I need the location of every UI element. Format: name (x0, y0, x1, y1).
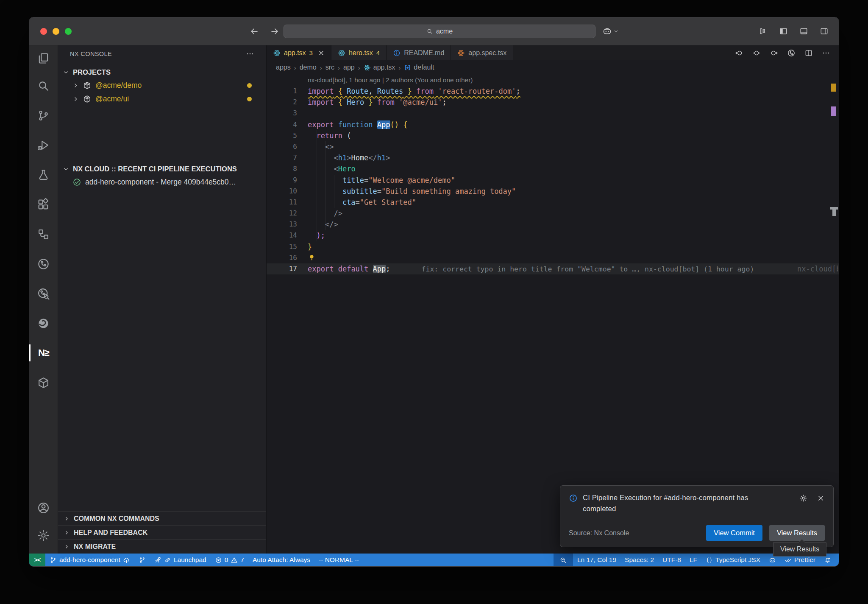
gear-icon[interactable] (799, 494, 807, 502)
check-circle-icon (72, 178, 81, 187)
tab-app.tsx[interactable]: app.tsx3 (267, 45, 331, 60)
breadcrumb-item-app.tsx[interactable]: app.tsx (364, 64, 395, 71)
tab-hero.tsx[interactable]: hero.tsx4 (331, 45, 387, 60)
nav-back-icon[interactable] (735, 49, 743, 57)
status-item-eol[interactable]: LF (685, 554, 701, 566)
list-item[interactable]: add-hero-component - Merge 409b44e5cb02.… (58, 175, 266, 189)
indent-guide (334, 175, 334, 208)
copilot-menu[interactable] (602, 17, 619, 45)
activity-item-gitlens-inspect[interactable] (29, 279, 58, 308)
status-item-encoding[interactable]: UTF-8 (658, 554, 685, 566)
nav-forward-icon[interactable] (770, 49, 778, 57)
activity-item-search[interactable] (29, 71, 58, 101)
sidebar-bottom-sections: COMMON NX COMMANDSHELP AND FEEDBACKNX MI… (58, 512, 266, 554)
status-bar: ><add-hero-componentLaunchpad07Auto Atta… (29, 554, 839, 566)
activity-item-extensions[interactable] (29, 190, 58, 219)
ellipsis-icon[interactable] (822, 49, 830, 57)
status-item-commit-graph[interactable] (134, 554, 150, 566)
chevron-right-icon (64, 516, 70, 522)
status-item-branch[interactable]: add-hero-component (45, 554, 134, 566)
line-number: 5 (267, 130, 297, 141)
zoom-window-button[interactable] (65, 28, 72, 35)
section-label: NX MIGRATE (74, 543, 116, 551)
section-header-help-and-feedback[interactable]: HELP AND FEEDBACK (58, 526, 266, 540)
list-item[interactable]: @acme/ui (58, 92, 266, 106)
breadcrumb-item-apps[interactable]: apps (276, 64, 291, 71)
beaker-icon (37, 168, 50, 182)
activity-top: N≥ (29, 45, 58, 397)
status-item-remote[interactable]: >< (29, 554, 45, 566)
list-item[interactable]: @acme/demo (58, 78, 266, 92)
line-content: <h1>Home</h1> (308, 152, 390, 163)
activity-item-accounts[interactable] (29, 495, 58, 520)
panel-left-icon[interactable] (779, 27, 788, 36)
scm-graph-icon (139, 556, 146, 564)
section-header-nx-migrate[interactable]: NX MIGRATE (58, 540, 266, 554)
status-text: 7 (240, 556, 244, 564)
gitlens-icon (37, 257, 50, 271)
breadcrumb-item-demo[interactable]: demo (300, 64, 317, 71)
activity-item-containers[interactable] (29, 368, 58, 397)
breadcrumb-item-src[interactable]: src (326, 64, 334, 71)
panel-bottom-icon[interactable] (799, 27, 808, 36)
warning-squiggle: import { Route, Routes } from 'react-rou… (308, 87, 520, 95)
minimize-window-button[interactable] (53, 28, 59, 35)
view-results-button[interactable]: View Results (769, 525, 825, 541)
view-commit-button[interactable]: View Commit (706, 525, 762, 541)
status-item-problems[interactable]: 07 (211, 554, 248, 566)
bulb-icon[interactable] (308, 254, 316, 262)
line-number: 1 (267, 86, 297, 97)
activity-item-nx-console[interactable]: N≥ (29, 338, 58, 368)
tab-app.spec.tsx[interactable]: app.spec.tsx (451, 45, 513, 60)
status-item-vim-mode[interactable]: -- NORMAL -- (314, 554, 363, 566)
split-editor-icon[interactable] (804, 49, 813, 57)
activity-item-edge-tools[interactable] (29, 308, 58, 338)
activity-item-run-debug[interactable] (29, 130, 58, 160)
close-window-button[interactable] (40, 28, 47, 35)
status-item-zoom-indicator[interactable] (554, 554, 573, 566)
line-number: 14 (267, 230, 297, 241)
cube-icon (37, 376, 50, 389)
nav-current-icon[interactable] (752, 49, 761, 57)
search-icon (37, 79, 50, 92)
status-item-language-mode[interactable]: TypeScript JSX (701, 554, 765, 566)
activity-item-settings[interactable] (29, 520, 58, 550)
status-item-indentation[interactable]: Spaces: 2 (620, 554, 658, 566)
tooltip-label: View Results (780, 545, 819, 553)
line-number: 15 (267, 241, 297, 252)
status-item-launchpad[interactable]: Launchpad (150, 554, 211, 566)
editor-actions (735, 45, 839, 60)
activity-item-references[interactable] (29, 219, 58, 249)
activity-item-source-control[interactable] (29, 101, 58, 130)
section-header-nx-cloud[interactable]: NX CLOUD :: RECENT CI PIPELINE EXECUTION… (58, 162, 266, 175)
section-header-projects[interactable]: PROJECTS (58, 66, 266, 78)
blame-annotation: nx-cloud[bot], 1 hour ago | 2 authors (Y… (267, 75, 839, 86)
graph-icon[interactable] (787, 49, 796, 57)
breadcrumb-item-app[interactable]: app (343, 64, 355, 71)
arrow-left-icon[interactable] (250, 27, 259, 36)
references-icon (37, 228, 50, 241)
close-icon[interactable] (318, 50, 325, 56)
code-editor[interactable]: nx-cloud[bot], 1 hour ago | 2 authors (Y… (267, 75, 839, 554)
more-actions-icon[interactable] (246, 50, 254, 58)
section-label: HELP AND FEEDBACK (74, 529, 147, 537)
activity-item-gitlens[interactable] (29, 249, 58, 279)
close-icon[interactable] (817, 494, 825, 502)
section-label: NX CLOUD :: RECENT CI PIPELINE EXECUTION… (73, 165, 237, 173)
layout-customize-icon[interactable] (759, 27, 768, 36)
activity-item-testing[interactable] (29, 160, 58, 190)
tab-dirty-badge: 3 (309, 49, 313, 56)
breadcrumb-label: demo (300, 64, 317, 71)
activity-item-explorer[interactable] (29, 45, 58, 71)
breadcrumb-item-default[interactable]: default (404, 64, 434, 71)
tab-README.md[interactable]: README.md (387, 45, 451, 60)
line-number: 13 (267, 219, 297, 230)
status-item-cursor-position[interactable]: Ln 17, Col 19 (573, 554, 620, 566)
sidebar-header: NX CONSOLE (58, 45, 266, 62)
panel-right-icon[interactable] (820, 27, 829, 36)
arrow-right-icon[interactable] (270, 27, 279, 36)
overview-ruler-warning (831, 84, 836, 92)
section-header-common-nx-commands[interactable]: COMMON NX COMMANDS (58, 512, 266, 526)
status-item-auto-attach[interactable]: Auto Attach: Always (248, 554, 314, 566)
command-center[interactable]: acme (284, 25, 595, 38)
